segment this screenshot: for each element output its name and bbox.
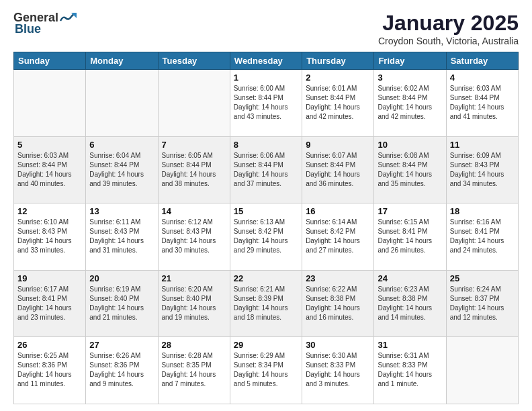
month-title: January 2025 <box>378 11 519 36</box>
day-info: Sunrise: 6:15 AM Sunset: 8:41 PM Dayligh… <box>378 218 442 255</box>
calendar-week-row: 1Sunrise: 6:00 AM Sunset: 8:44 PM Daylig… <box>14 70 519 137</box>
day-number: 1 <box>234 73 298 83</box>
day-info: Sunrise: 6:04 AM Sunset: 8:44 PM Dayligh… <box>89 151 154 189</box>
logo: General Blue <box>13 11 77 36</box>
table-row: 7Sunrise: 6:05 AM Sunset: 8:44 PM Daylig… <box>158 136 230 203</box>
day-info: Sunrise: 6:31 AM Sunset: 8:33 PM Dayligh… <box>378 351 442 389</box>
table-row: 31Sunrise: 6:31 AM Sunset: 8:33 PM Dayli… <box>374 337 446 404</box>
col-monday: Monday <box>86 52 158 70</box>
table-row <box>14 70 86 137</box>
day-number: 25 <box>450 273 515 283</box>
day-info: Sunrise: 6:29 AM Sunset: 8:34 PM Dayligh… <box>234 351 298 389</box>
day-number: 9 <box>306 140 370 150</box>
col-friday: Friday <box>374 52 446 70</box>
day-number: 16 <box>306 206 370 216</box>
table-row: 21Sunrise: 6:20 AM Sunset: 8:40 PM Dayli… <box>158 270 230 337</box>
day-number: 30 <box>306 340 370 350</box>
day-info: Sunrise: 6:22 AM Sunset: 8:38 PM Dayligh… <box>306 285 370 322</box>
day-number: 15 <box>234 206 298 216</box>
table-row: 13Sunrise: 6:11 AM Sunset: 8:43 PM Dayli… <box>86 203 158 271</box>
calendar-header-row: Sunday Monday Tuesday Wednesday Thursday… <box>14 52 519 70</box>
day-info: Sunrise: 6:08 AM Sunset: 8:44 PM Dayligh… <box>378 151 442 189</box>
calendar-table: Sunday Monday Tuesday Wednesday Thursday… <box>13 52 519 404</box>
day-number: 14 <box>162 206 226 216</box>
table-row: 28Sunrise: 6:28 AM Sunset: 8:35 PM Dayli… <box>158 337 230 404</box>
day-number: 18 <box>450 206 515 216</box>
day-number: 3 <box>378 73 442 83</box>
day-number: 27 <box>89 340 154 350</box>
table-row: 23Sunrise: 6:22 AM Sunset: 8:38 PM Dayli… <box>302 270 374 337</box>
table-row: 29Sunrise: 6:29 AM Sunset: 8:34 PM Dayli… <box>230 337 302 404</box>
day-info: Sunrise: 6:30 AM Sunset: 8:33 PM Dayligh… <box>306 351 370 389</box>
table-row: 2Sunrise: 6:01 AM Sunset: 8:44 PM Daylig… <box>302 70 374 137</box>
table-row <box>158 70 230 137</box>
col-thursday: Thursday <box>302 52 374 70</box>
table-row: 6Sunrise: 6:04 AM Sunset: 8:44 PM Daylig… <box>86 136 158 203</box>
table-row: 24Sunrise: 6:23 AM Sunset: 8:38 PM Dayli… <box>374 270 446 337</box>
day-number: 23 <box>306 273 370 283</box>
table-row: 30Sunrise: 6:30 AM Sunset: 8:33 PM Dayli… <box>302 337 374 404</box>
day-info: Sunrise: 6:02 AM Sunset: 8:44 PM Dayligh… <box>378 84 442 122</box>
table-row: 1Sunrise: 6:00 AM Sunset: 8:44 PM Daylig… <box>230 70 302 137</box>
day-info: Sunrise: 6:26 AM Sunset: 8:36 PM Dayligh… <box>89 351 154 389</box>
table-row: 9Sunrise: 6:07 AM Sunset: 8:44 PM Daylig… <box>302 136 374 203</box>
day-info: Sunrise: 6:03 AM Sunset: 8:44 PM Dayligh… <box>450 84 515 122</box>
day-info: Sunrise: 6:06 AM Sunset: 8:44 PM Dayligh… <box>234 151 298 189</box>
col-tuesday: Tuesday <box>158 52 230 70</box>
day-number: 11 <box>450 140 515 150</box>
table-row: 11Sunrise: 6:09 AM Sunset: 8:43 PM Dayli… <box>446 136 518 203</box>
day-number: 31 <box>378 340 442 350</box>
table-row: 15Sunrise: 6:13 AM Sunset: 8:42 PM Dayli… <box>230 203 302 271</box>
table-row: 18Sunrise: 6:16 AM Sunset: 8:41 PM Dayli… <box>446 203 518 271</box>
day-number: 22 <box>234 273 298 283</box>
day-number: 12 <box>17 206 82 216</box>
table-row: 8Sunrise: 6:06 AM Sunset: 8:44 PM Daylig… <box>230 136 302 203</box>
table-row: 16Sunrise: 6:14 AM Sunset: 8:42 PM Dayli… <box>302 203 374 271</box>
day-number: 26 <box>17 340 82 350</box>
day-info: Sunrise: 6:05 AM Sunset: 8:44 PM Dayligh… <box>162 151 226 189</box>
table-row: 20Sunrise: 6:19 AM Sunset: 8:40 PM Dayli… <box>86 270 158 337</box>
col-wednesday: Wednesday <box>230 52 302 70</box>
day-number: 24 <box>378 273 442 283</box>
calendar-week-row: 19Sunrise: 6:17 AM Sunset: 8:41 PM Dayli… <box>14 270 519 337</box>
table-row: 10Sunrise: 6:08 AM Sunset: 8:44 PM Dayli… <box>374 136 446 203</box>
day-number: 8 <box>234 140 298 150</box>
col-sunday: Sunday <box>14 52 86 70</box>
table-row: 19Sunrise: 6:17 AM Sunset: 8:41 PM Dayli… <box>14 270 86 337</box>
day-info: Sunrise: 6:14 AM Sunset: 8:42 PM Dayligh… <box>306 218 370 255</box>
day-info: Sunrise: 6:24 AM Sunset: 8:37 PM Dayligh… <box>450 285 515 322</box>
table-row: 17Sunrise: 6:15 AM Sunset: 8:41 PM Dayli… <box>374 203 446 271</box>
location-subtitle: Croydon South, Victoria, Australia <box>378 36 519 46</box>
day-info: Sunrise: 6:03 AM Sunset: 8:44 PM Dayligh… <box>17 151 82 189</box>
table-row: 5Sunrise: 6:03 AM Sunset: 8:44 PM Daylig… <box>14 136 86 203</box>
calendar-week-row: 26Sunrise: 6:25 AM Sunset: 8:36 PM Dayli… <box>14 337 519 404</box>
day-info: Sunrise: 6:16 AM Sunset: 8:41 PM Dayligh… <box>450 218 515 255</box>
table-row: 12Sunrise: 6:10 AM Sunset: 8:43 PM Dayli… <box>14 203 86 271</box>
day-number: 7 <box>162 140 226 150</box>
table-row: 26Sunrise: 6:25 AM Sunset: 8:36 PM Dayli… <box>14 337 86 404</box>
day-number: 5 <box>17 140 82 150</box>
day-info: Sunrise: 6:21 AM Sunset: 8:39 PM Dayligh… <box>234 285 298 322</box>
day-number: 29 <box>234 340 298 350</box>
day-number: 4 <box>450 73 515 83</box>
col-saturday: Saturday <box>446 52 518 70</box>
logo-wave-icon <box>59 11 77 25</box>
table-row: 22Sunrise: 6:21 AM Sunset: 8:39 PM Dayli… <box>230 270 302 337</box>
day-info: Sunrise: 6:20 AM Sunset: 8:40 PM Dayligh… <box>162 285 226 322</box>
day-info: Sunrise: 6:11 AM Sunset: 8:43 PM Dayligh… <box>89 218 154 255</box>
day-info: Sunrise: 6:12 AM Sunset: 8:43 PM Dayligh… <box>162 218 226 255</box>
table-row <box>446 337 518 404</box>
day-info: Sunrise: 6:25 AM Sunset: 8:36 PM Dayligh… <box>17 351 82 389</box>
day-number: 21 <box>162 273 226 283</box>
table-row: 27Sunrise: 6:26 AM Sunset: 8:36 PM Dayli… <box>86 337 158 404</box>
day-number: 20 <box>89 273 154 283</box>
day-info: Sunrise: 6:23 AM Sunset: 8:38 PM Dayligh… <box>378 285 442 322</box>
day-info: Sunrise: 6:01 AM Sunset: 8:44 PM Dayligh… <box>306 84 370 122</box>
day-info: Sunrise: 6:13 AM Sunset: 8:42 PM Dayligh… <box>234 218 298 255</box>
day-info: Sunrise: 6:19 AM Sunset: 8:40 PM Dayligh… <box>89 285 154 322</box>
day-number: 10 <box>378 140 442 150</box>
calendar-week-row: 5Sunrise: 6:03 AM Sunset: 8:44 PM Daylig… <box>14 136 519 203</box>
day-number: 2 <box>306 73 370 83</box>
day-number: 13 <box>89 206 154 216</box>
day-info: Sunrise: 6:17 AM Sunset: 8:41 PM Dayligh… <box>17 285 82 322</box>
